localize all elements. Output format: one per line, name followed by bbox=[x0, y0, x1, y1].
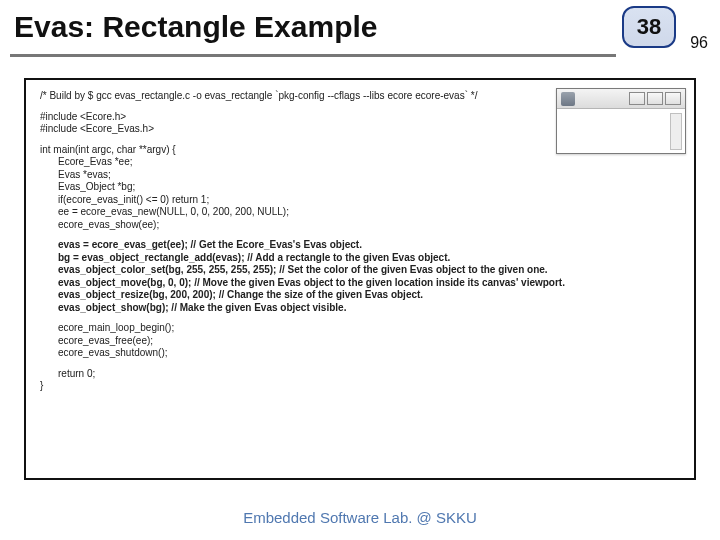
page-title: Evas: Rectangle Example bbox=[14, 10, 378, 44]
code-line: evas = ecore_evas_get(ee); // Get the Ec… bbox=[40, 239, 684, 252]
code-line: Ecore_Evas *ee; bbox=[40, 156, 684, 169]
code-line: ee = ecore_evas_new(NULL, 0, 0, 200, 200… bbox=[40, 206, 684, 219]
code-line: int main(int argc, char **argv) { bbox=[40, 144, 176, 155]
code-line: ecore_evas_show(ee); bbox=[40, 219, 684, 232]
code-block-main: int main(int argc, char **argv) { Ecore_… bbox=[40, 144, 684, 232]
code-line: evas_object_color_set(bg, 255, 255, 255,… bbox=[40, 264, 684, 277]
close-icon bbox=[665, 92, 681, 105]
code-line: evas_object_show(bg); // Make the given … bbox=[40, 302, 684, 315]
code-line: ecore_main_loop_begin(); bbox=[40, 322, 684, 335]
code-block: /* Build by $ gcc evas_rectangle.c -o ev… bbox=[24, 78, 696, 480]
code-line: ecore_evas_free(ee); bbox=[40, 335, 684, 348]
scrollbar bbox=[670, 113, 682, 150]
code-line: #include <Ecore.h> bbox=[40, 111, 126, 122]
minimize-icon bbox=[629, 92, 645, 105]
page-number-badge: 38 bbox=[622, 6, 676, 48]
code-block-return: return 0; } bbox=[40, 368, 684, 393]
window-preview bbox=[556, 88, 686, 154]
window-titlebar bbox=[557, 89, 685, 109]
code-line: #include <Ecore_Evas.h> bbox=[40, 123, 154, 134]
app-icon bbox=[561, 92, 575, 106]
code-line: Evas_Object *bg; bbox=[40, 181, 684, 194]
footer-text: Embedded Software Lab. @ SKKU bbox=[0, 509, 720, 526]
code-line: bg = evas_object_rectangle_add(evas); //… bbox=[40, 252, 684, 265]
code-block-highlight: evas = ecore_evas_get(ee); // Get the Ec… bbox=[40, 239, 684, 314]
total-pages: 96 bbox=[690, 34, 708, 52]
code-line: Evas *evas; bbox=[40, 169, 684, 182]
title-underline bbox=[10, 54, 616, 57]
code-line: evas_object_move(bg, 0, 0); // Move the … bbox=[40, 277, 684, 290]
code-line: } bbox=[40, 380, 43, 391]
code-line: ecore_evas_shutdown(); bbox=[40, 347, 684, 360]
code-line: evas_object_resize(bg, 200, 200); // Cha… bbox=[40, 289, 684, 302]
maximize-icon bbox=[647, 92, 663, 105]
code-line: return 0; bbox=[40, 368, 684, 381]
code-line: if(ecore_evas_init() <= 0) return 1; bbox=[40, 194, 684, 207]
code-block-end: ecore_main_loop_begin(); ecore_evas_free… bbox=[40, 322, 684, 360]
